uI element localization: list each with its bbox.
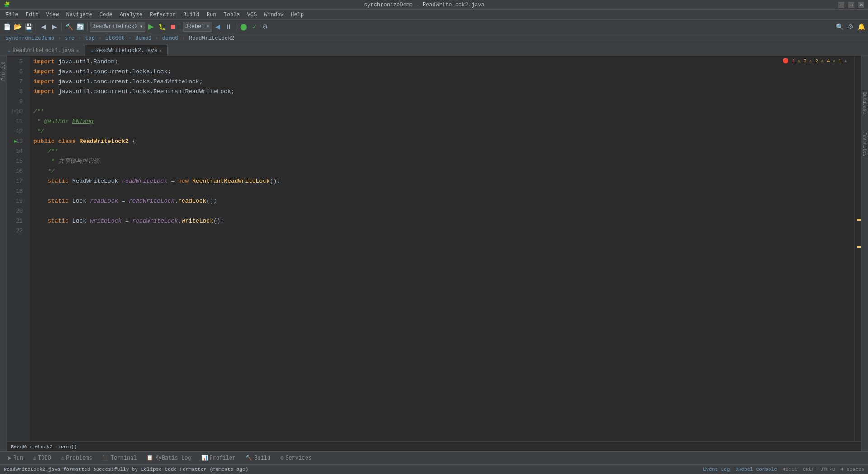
mybatis-tab-icon: 📋 — [146, 455, 153, 461]
maximize-button[interactable]: □ — [848, 2, 854, 8]
jrebel-run-btn[interactable]: ◀ — [213, 22, 223, 32]
bottom-tab-terminal[interactable]: ⬛ Terminal — [98, 453, 142, 464]
toolbar-back-btn[interactable]: ◀ — [38, 22, 48, 32]
indicator-chevron[interactable]: ▲ — [844, 58, 847, 64]
line-12: ◁ 12 — [7, 127, 26, 137]
code-line-15: * 共享锁与排它锁 — [30, 156, 854, 166]
search-everywhere-btn[interactable]: 🔍 — [835, 22, 844, 32]
menu-edit[interactable]: Edit — [22, 11, 42, 19]
notification-btn[interactable]: 🔔 — [856, 22, 866, 32]
app-icon: 🧩 — [4, 1, 10, 8]
tab-readwritelock1[interactable]: ☕ ReadWriteLock1.java ✕ — [2, 45, 85, 56]
menu-run[interactable]: Run — [203, 11, 220, 19]
code-line-8: import java.util.concurrent.locks.Reentr… — [30, 87, 854, 97]
event-log-link[interactable]: Event Log — [703, 467, 730, 472]
nav-top[interactable]: top — [83, 35, 97, 42]
line-6: 6 — [7, 67, 26, 77]
menu-analyze[interactable]: Analyze — [116, 11, 146, 19]
bottom-tab-services[interactable]: ⚙ Services — [276, 453, 316, 464]
menu-help[interactable]: Help — [287, 11, 307, 19]
toolbar-open-btn[interactable]: 📂 — [13, 22, 23, 32]
menu-window[interactable]: Window — [260, 11, 287, 19]
tab-close-1[interactable]: ✕ — [76, 48, 79, 53]
mybatis-tab-label: MyBatis Log — [155, 455, 191, 461]
status-left: ReadWriteLock2.java formatted successful… — [4, 467, 248, 472]
line-5: 5 — [7, 57, 26, 67]
status-message: ReadWriteLock2.java formatted successful… — [4, 467, 248, 472]
code-content[interactable]: import java.util.Random ; import java.ut… — [30, 56, 854, 441]
toolbar-refresh-btn[interactable]: 🔄 — [75, 22, 85, 32]
toolbar-build-btn[interactable]: 🔨 — [64, 22, 74, 32]
stop-button[interactable]: ⏹ — [168, 22, 178, 32]
toolbar-save-btn[interactable]: 💾 — [24, 22, 33, 32]
menu-file[interactable]: File — [2, 11, 22, 19]
line-numbers: 5 6 7 8 9 |≡ ◁ 10 11 ◁ 12 ▶ 13 — [7, 56, 30, 441]
title-bar-left: 🧩 — [4, 1, 10, 8]
tab-icon-2: ☕ — [90, 47, 94, 53]
bottom-tab-run[interactable]: ▶ Run — [4, 453, 28, 464]
encoding[interactable]: UTF-8 — [820, 467, 835, 472]
bottom-tab-problems[interactable]: ⚠ Problems — [57, 453, 97, 464]
error-indicator: 🔴 2 ⚠ 2 ⚠ 2 ⚠ 4 ⚠ 1 ▲ — [783, 58, 847, 64]
database-panel-label[interactable]: Database — [862, 92, 867, 114]
debug-button[interactable]: 🐛 — [157, 22, 167, 32]
line-20: 20 — [7, 206, 26, 216]
cursor-position[interactable]: 48:10 — [783, 467, 797, 472]
breadcrumb-method: main() — [59, 444, 77, 450]
services-tab-label: Services — [285, 455, 311, 461]
tab-close-2[interactable]: ✕ — [159, 48, 162, 53]
line-ending[interactable]: CRLF — [803, 467, 815, 472]
profiler-tab-label: Profiler — [210, 455, 236, 461]
toolbar-sep1 — [36, 23, 36, 31]
menu-code[interactable]: Code — [96, 11, 116, 19]
warning-count-1: ⚠ 2 — [797, 58, 807, 64]
jrebel-dropdown[interactable]: JRebel ▾ — [183, 22, 212, 32]
menu-refactor[interactable]: Refactor — [146, 11, 179, 19]
menu-build[interactable]: Build — [179, 11, 203, 19]
bottom-tab-mybatis[interactable]: 📋 MyBatis Log — [142, 453, 195, 464]
nav-it6666[interactable]: it6666 — [104, 35, 127, 42]
warning-count-3: ⚠ 4 — [821, 58, 830, 64]
code-line-12: */ — [30, 127, 854, 137]
profiler-btn[interactable]: ✓ — [250, 22, 259, 32]
menu-tools[interactable]: Tools — [220, 11, 244, 19]
tab-readwritelock2[interactable]: ☕ ReadWriteLock2.java ✕ — [85, 45, 167, 56]
line-9: 9 — [7, 97, 26, 107]
jrebel-stop-btn[interactable]: ⏸ — [224, 22, 234, 32]
breadcrumb-class: ReadWriteLock2 — [11, 444, 52, 450]
title-bar-controls: ─ □ ✕ — [838, 2, 864, 8]
tab-icon-1: ☕ — [8, 47, 11, 53]
status-bar: ReadWriteLock2.java formatted successful… — [0, 464, 868, 474]
close-button[interactable]: ✕ — [858, 2, 864, 8]
bottom-tab-profiler[interactable]: 📊 Profiler — [197, 453, 241, 464]
run-config-dropdown[interactable]: ReadWriteLock2 ▾ — [90, 22, 145, 32]
bottom-tab-build[interactable]: 🔨 Build — [241, 453, 275, 464]
line-22: 22 — [7, 226, 26, 236]
toolbar-forward-btn[interactable]: ▶ — [49, 22, 59, 32]
bottom-tab-todo[interactable]: ☑ TODO — [28, 453, 56, 464]
menu-view[interactable]: View — [42, 11, 63, 19]
nav-demo1[interactable]: demo1 — [133, 35, 153, 42]
indent-info[interactable]: 4 spaces — [840, 467, 864, 472]
right-panel: Database Favorites — [861, 56, 868, 451]
toolbar-new-btn[interactable]: 📄 — [2, 22, 12, 32]
nav-src[interactable]: src — [63, 35, 76, 42]
toolbar-sep3 — [87, 23, 88, 31]
jrebel-console-link[interactable]: JRebel Console — [735, 467, 777, 472]
nav-readwritelock2[interactable]: ReadWriteLock2 — [187, 35, 236, 42]
settings2-btn[interactable]: ⚙ — [845, 22, 855, 32]
nav-project[interactable]: synchronizeDemo — [4, 35, 56, 42]
run-button[interactable]: ▶ — [146, 22, 156, 32]
title-bar: 🧩 synchronizeDemo - ReadWriteLock2.java … — [0, 0, 868, 10]
code-line-9 — [30, 97, 854, 107]
project-panel-label[interactable]: Project — [1, 62, 6, 81]
menu-vcs[interactable]: VCS — [244, 11, 261, 19]
code-line-5: import java.util.Random ; — [30, 57, 854, 67]
settings-btn[interactable]: ⚙ — [260, 22, 270, 32]
favorites-panel-label[interactable]: Favorites — [862, 132, 867, 156]
menu-navigate[interactable]: Navigate — [62, 11, 96, 19]
line-19: 19 — [7, 196, 26, 206]
nav-demo6[interactable]: demo6 — [160, 35, 180, 42]
coverage-btn[interactable]: ⬤ — [239, 22, 249, 32]
minimize-button[interactable]: ─ — [838, 2, 844, 8]
